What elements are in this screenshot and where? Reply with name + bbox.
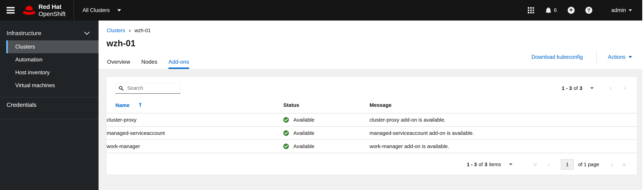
check-circle-icon	[283, 144, 289, 149]
pagination-total: 3	[484, 162, 487, 167]
first-page-icon[interactable]: «	[533, 161, 538, 168]
table-header-row: Name ↑ Status Message	[107, 97, 637, 113]
notification-count-badge: 6	[554, 7, 557, 13]
main-area: Clusters › wzh-01 wzh-01 Download kubeco…	[98, 21, 644, 190]
sidebar-item-label: Host inventory	[15, 69, 50, 76]
addon-status-cell: Available	[283, 127, 370, 140]
sidebar-item-list: Clusters Automation Host inventory Virtu…	[0, 40, 98, 92]
brand-line1: Red Hat	[38, 3, 66, 10]
sidebar-item-label: Automation	[15, 57, 42, 63]
pagination-menu-caret-icon[interactable]	[509, 163, 512, 165]
pagination-of: of	[574, 85, 578, 91]
table-row: cluster-proxy Available cluster-proxy ad…	[107, 113, 637, 127]
question-icon: ?	[587, 8, 590, 13]
masthead: Red Hat OpenShift All Clusters 6 + ?	[0, 0, 644, 21]
cluster-selector-label: All Clusters	[82, 7, 110, 13]
actions-dropdown[interactable]: Actions	[608, 54, 632, 60]
app-launcher-icon[interactable]	[528, 7, 534, 13]
sidebar-divider	[0, 119, 98, 119]
pagination-range: 1 - 3	[467, 162, 477, 167]
user-name: admin	[612, 7, 626, 13]
notifications-button[interactable]: 6	[545, 7, 557, 14]
breadcrumb-clusters-link[interactable]: Clusters	[107, 28, 125, 33]
sidebar-item-label: Virtual machines	[15, 82, 55, 88]
addon-message-cell: managed-serviceaccount add-on is availab…	[370, 127, 637, 140]
pagination-range: 1 - 3	[562, 85, 572, 91]
column-header-message: Message	[370, 97, 637, 113]
page-title: wzh-01	[106, 38, 136, 48]
page-count-label: of 1 page	[578, 162, 599, 167]
sidebar-item-host-inventory[interactable]: Host inventory	[0, 66, 98, 79]
addon-status-cell: Available	[283, 140, 370, 153]
addon-status-cell: Available	[283, 113, 370, 127]
caret-down-icon	[629, 9, 632, 11]
user-menu-dropdown[interactable]: admin	[612, 7, 632, 13]
cluster-tabs: Overview Nodes Add-ons	[102, 59, 195, 69]
search-icon	[118, 86, 124, 91]
prev-page-icon[interactable]: ‹	[609, 84, 612, 92]
pagination-top: 1 - 3 of 3 ‹ ›	[562, 84, 626, 92]
pagination-items-word: items	[489, 162, 501, 167]
brand-text: Red Hat OpenShift	[38, 3, 66, 17]
masthead-toolbar: 6 + ? admin	[528, 7, 644, 14]
sidebar-item-virtual-machines[interactable]: Virtual machines	[0, 79, 98, 92]
column-header-name[interactable]: Name ↑	[107, 97, 283, 113]
addon-name-cell: managed-serviceaccount	[107, 127, 283, 140]
scrollbar[interactable]	[642, 0, 644, 190]
actions-divider	[596, 51, 597, 63]
masthead-divider	[74, 0, 74, 21]
breadcrumb-current: wzh-01	[134, 28, 151, 33]
sidebar-item-credentials[interactable]: Credentials	[0, 98, 98, 112]
help-button[interactable]: ?	[585, 7, 592, 14]
status-label: Available	[293, 130, 314, 136]
sidebar-group-infrastructure[interactable]: Infrastructure	[0, 28, 98, 39]
column-label: Name	[115, 102, 130, 108]
page-header-actions: Download kubeconfig Actions	[532, 51, 632, 63]
column-header-status: Status	[283, 97, 370, 113]
brand-line2: OpenShift	[38, 10, 66, 17]
sidebar-item-label: Credentials	[6, 102, 36, 108]
table-row: managed-serviceaccount Available managed…	[107, 127, 637, 140]
tab-add-ons[interactable]: Add-ons	[163, 59, 195, 69]
bell-icon	[545, 7, 552, 14]
actions-label: Actions	[608, 54, 626, 60]
sidebar-item-automation[interactable]: Automation	[0, 53, 98, 66]
download-kubeconfig-link[interactable]: Download kubeconfig	[532, 54, 583, 60]
current-page-input[interactable]	[561, 159, 574, 170]
sidebar-item-label: Clusters	[15, 44, 35, 50]
redhat-fedora-icon	[22, 5, 36, 16]
addon-name-cell: cluster-proxy	[107, 113, 283, 127]
add-ons-table-card: 1 - 3 of 3 ‹ › Name ↑	[107, 77, 637, 174]
plus-icon: +	[569, 7, 573, 13]
add-button[interactable]: +	[568, 7, 574, 14]
tab-label: Overview	[107, 59, 130, 69]
check-circle-icon	[283, 130, 289, 136]
tab-label: Add-ons	[168, 59, 189, 69]
page-header: Clusters › wzh-01 wzh-01 Download kubeco…	[98, 21, 644, 69]
addon-name-cell: work-manager	[107, 140, 283, 153]
addon-message-cell: work-manager add-on is available.	[370, 140, 637, 153]
pagination-total: 3	[580, 85, 582, 91]
search-box	[115, 83, 180, 94]
chevron-down-icon	[84, 29, 90, 35]
next-page-icon[interactable]: ›	[611, 161, 614, 168]
next-page-icon[interactable]: ›	[623, 84, 626, 92]
nav-toggle-hamburger-icon[interactable]	[6, 7, 14, 14]
column-label: Status	[283, 102, 299, 108]
tab-label: Nodes	[141, 59, 157, 69]
tab-nodes[interactable]: Nodes	[136, 59, 163, 69]
sidebar-nav: Infrastructure Clusters Automation Host …	[0, 21, 98, 190]
last-page-icon[interactable]: »	[622, 161, 626, 168]
pagination-of: of	[478, 162, 483, 167]
table-row: work-manager Available work-manager add-…	[107, 140, 637, 153]
pagination-menu-caret-icon[interactable]	[590, 87, 594, 89]
prev-page-icon[interactable]: ‹	[547, 161, 550, 168]
add-ons-table: Name ↑ Status Message	[107, 97, 637, 153]
tab-overview[interactable]: Overview	[102, 59, 136, 69]
sidebar-item-clusters[interactable]: Clusters	[6, 40, 98, 53]
redhat-openshift-logo[interactable]: Red Hat OpenShift	[22, 3, 66, 17]
breadcrumb: Clusters › wzh-01	[107, 28, 151, 33]
cluster-selector-dropdown[interactable]: All Clusters	[82, 7, 121, 13]
search-input[interactable]	[127, 85, 178, 91]
sidebar-group-label: Infrastructure	[6, 30, 41, 37]
